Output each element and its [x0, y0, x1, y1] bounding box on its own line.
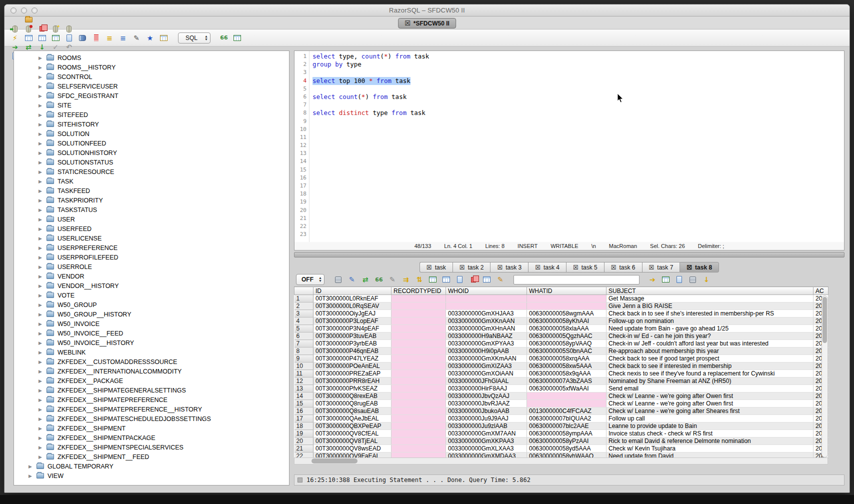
cell-whoid[interactable]: 0033000000JFhGlAAL: [446, 378, 527, 385]
cell-whatid[interactable]: 00630000007bIQUAA2: [527, 415, 606, 422]
edit-lines-icon[interactable]: ✎: [348, 275, 356, 284]
table-row[interactable]: 2100T3000000QV8wsEAD0033000000GmXLXAA300…: [294, 445, 828, 452]
tab-close-icon[interactable]: ☒: [535, 264, 540, 271]
cell-rownum[interactable]: 11: [294, 370, 314, 378]
expand-arrow-icon[interactable]: ▶: [38, 445, 43, 450]
expand-arrow-icon[interactable]: ▶: [38, 132, 43, 136]
cell-whoid[interactable]: 0033000000GmXHJAA3: [446, 310, 527, 318]
expand-arrow-icon[interactable]: ▶: [38, 388, 43, 393]
code-line-17[interactable]: [312, 182, 844, 190]
expand-arrow-icon[interactable]: ▶: [38, 160, 43, 165]
tree-item-w50-group[interactable]: ▶W50_GROUP: [14, 300, 289, 310]
cell-whoid[interactable]: 0033000000JbukoAAB: [446, 408, 527, 415]
cell-subject[interactable]: Give Jenn a BIG RAISE: [606, 302, 814, 310]
cell-recordtypeid[interactable]: [392, 340, 446, 348]
cell-recordtypeid[interactable]: [392, 295, 446, 302]
table-row[interactable]: 400T3000000P3LopEAF0033000000GmXKnAAN006…: [294, 318, 828, 325]
code-line-2[interactable]: group by type: [312, 60, 844, 68]
cell-subject[interactable]: Check w/ Kevin Tsujihara: [606, 445, 814, 452]
cell-rownum[interactable]: 7: [294, 340, 314, 348]
table-row[interactable]: 600T3000000P3tuvEAB0033000000H9aNBAAZ006…: [294, 332, 828, 340]
cell-whatid[interactable]: [527, 392, 606, 400]
sql-mode-select[interactable]: SQL ▲▼: [178, 32, 210, 44]
tree-item-rooms[interactable]: ▶ROOMS: [14, 53, 289, 62]
cell-rownum[interactable]: 9: [294, 355, 314, 362]
cell-subject[interactable]: Rick to email David & reference Delmonte…: [606, 438, 814, 445]
code-line-18[interactable]: [312, 190, 844, 198]
expand-arrow-icon[interactable]: ▶: [38, 407, 43, 412]
table-row[interactable]: 1600T3000000Q8sauEAB0033000000JbukoAAB00…: [294, 408, 828, 415]
panel-splitter[interactable]: [294, 252, 844, 258]
cell-subject[interactable]: Check back to see if interested in membe…: [606, 362, 814, 370]
cell-subject[interactable]: Check nexis to see if they've found a re…: [606, 370, 814, 378]
cell-rownum[interactable]: 21: [294, 445, 314, 452]
tree-item-w50-invoice-history[interactable]: ▶W50_INVOICE__HISTORY: [14, 338, 289, 348]
cell-recordtypeid[interactable]: [392, 400, 446, 408]
cell-subject[interactable]: Invoice status check - check w/ RS first: [606, 430, 814, 438]
scrollbar-thumb[interactable]: [822, 297, 827, 343]
sql-code-area[interactable]: select type, count(*) from taskgroup by …: [310, 51, 844, 242]
favorites-star-icon[interactable]: ★: [146, 34, 154, 42]
cell-id[interactable]: 00T3000000OiyJgEAJ: [314, 310, 392, 318]
code-line-11[interactable]: [312, 134, 844, 142]
cell-subject[interactable]: Nominated by Shane Freeman at ANZ (HR50): [606, 378, 814, 385]
cell-rownum[interactable]: 20: [294, 438, 314, 445]
expand-arrow-icon[interactable]: ▶: [28, 474, 33, 478]
cell-whoid[interactable]: 0033000000GmXM7AAN: [446, 430, 527, 438]
cell-recordtypeid[interactable]: [392, 362, 446, 370]
tree-item-w50-invoice-feed[interactable]: ▶W50_INVOICE__FEED: [14, 328, 289, 338]
cell-id[interactable]: 00T3000000Q8rexEAB: [314, 392, 392, 400]
expand-arrow-icon[interactable]: ▶: [38, 103, 43, 108]
expand-arrow-icon[interactable]: ▶: [38, 217, 43, 222]
result-tab-task-6[interactable]: ☒task 6: [604, 262, 642, 272]
download-icon[interactable]: ↓: [702, 275, 711, 284]
cell-subject[interactable]: Re-approach about membership this year: [606, 348, 814, 355]
expand-arrow-icon[interactable]: ▶: [38, 416, 43, 422]
cell-whoid[interactable]: [446, 302, 527, 310]
expand-arrow-icon[interactable]: ▶: [38, 350, 43, 355]
tree-item-zkfedex-shipmatepreference[interactable]: ▶ZKFEDEX__SHIPMATEPREFERENCE: [14, 395, 289, 404]
tree-item-zkfedex-shipment-feed[interactable]: ▶ZKFEDEX__SHIPMENT__FEED: [14, 452, 289, 462]
code-line-12[interactable]: [312, 142, 844, 150]
cell-id[interactable]: 00T3000000L0RknEAF: [314, 295, 392, 302]
tree-item-sfdc-registrant[interactable]: ▶SFDC_REGISTRANT: [14, 91, 289, 100]
cell-subject[interactable]: Follow up call: [606, 415, 814, 422]
cell-recordtypeid[interactable]: [392, 318, 446, 325]
expand-arrow-icon[interactable]: ▶: [38, 264, 43, 270]
cell-recordtypeid[interactable]: [392, 438, 446, 445]
cell-recordtypeid[interactable]: [392, 378, 446, 385]
cell-subject[interactable]: Need update from Bain - gave go ahead 1/…: [606, 325, 814, 332]
code-line-22[interactable]: [312, 222, 844, 230]
results-grid[interactable]: IDRECORDTYPEIDWHOIDWHATIDSUBJECTAC100T30…: [294, 286, 828, 460]
tree-item-w50-invoice[interactable]: ▶W50_INVOICE: [14, 319, 289, 328]
cell-rownum[interactable]: 17: [294, 415, 314, 422]
expand-arrow-icon[interactable]: ▶: [38, 141, 43, 146]
cell-subject[interactable]: Check-in w/ Jeff - couldn't afford last …: [606, 340, 814, 348]
expand-arrow-icon[interactable]: ▶: [38, 312, 43, 317]
cell-rownum[interactable]: 3: [294, 310, 314, 318]
cell-whatid[interactable]: 0013000000C4fFCAAZ: [527, 408, 606, 415]
cell-recordtypeid[interactable]: [392, 332, 446, 340]
cell-subject[interactable]: Check back to see if good target prospec…: [606, 355, 814, 362]
expand-arrow-icon[interactable]: ▶: [38, 84, 43, 89]
cell-whatid[interactable]: [527, 302, 606, 310]
cell-recordtypeid[interactable]: [392, 348, 446, 355]
grid-horizontal-scrollbar[interactable]: [294, 458, 828, 464]
expand-arrow-icon[interactable]: ▶: [38, 246, 43, 250]
cell-recordtypeid[interactable]: [392, 445, 446, 452]
cell-recordtypeid[interactable]: [392, 370, 446, 378]
column-header-recordtypeid[interactable]: RECORDTYPEID: [392, 287, 446, 295]
cell-recordtypeid[interactable]: [392, 408, 446, 415]
code-line-13[interactable]: [312, 150, 844, 158]
code-line-6[interactable]: select count(*) from task: [312, 93, 844, 101]
sort-arrows-icon[interactable]: ⇅: [415, 275, 424, 284]
column-header-ac[interactable]: AC: [814, 287, 828, 295]
cell-id[interactable]: 00T3000000P3LopEAF: [314, 318, 392, 325]
tree-item-scontrol[interactable]: ▶SCONTROL: [14, 72, 289, 82]
code-line-14[interactable]: [312, 158, 844, 166]
table-row[interactable]: 1300T3000000PfvKSEAZ0033000000HirF8AAJ00…: [294, 385, 828, 392]
cell-whoid[interactable]: 0033000000GmXKnAAN: [446, 318, 527, 325]
cell-recordtypeid[interactable]: [392, 310, 446, 318]
cell-whatid[interactable]: 006300000058yd5AAA: [527, 445, 606, 452]
result-tab-task-3[interactable]: ☒task 3: [490, 262, 528, 272]
